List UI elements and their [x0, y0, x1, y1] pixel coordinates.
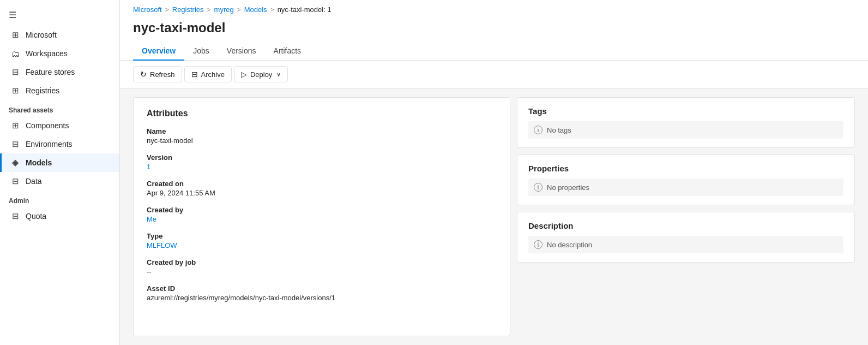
properties-info-icon: i	[534, 183, 542, 192]
quota-icon: ⊟	[10, 211, 20, 221]
breadcrumb-models[interactable]: Models	[244, 5, 267, 14]
attr-created-on-group: Created on Apr 9, 2024 11:55 AM	[147, 180, 497, 197]
sidebar-label-environments: Environments	[26, 140, 73, 148]
attr-created-by-job-group: Created by job --	[147, 258, 497, 276]
registries-icon: ⊞	[10, 86, 20, 96]
tags-info-icon: i	[534, 126, 542, 134]
page-title: nyc-taxi-model	[120, 16, 868, 42]
sidebar-label-models: Models	[26, 158, 52, 167]
sidebar-item-models[interactable]: ◈ Models	[0, 153, 119, 172]
description-empty-row: i No description	[528, 236, 843, 253]
sidebar-label-workspaces: Workspaces	[26, 49, 68, 58]
breadcrumb-sep-4: >	[270, 6, 274, 14]
sidebar-label-components: Components	[26, 121, 69, 130]
sidebar-item-feature-stores[interactable]: ⊟ Feature stores	[0, 63, 119, 81]
workspaces-icon: 🗂	[10, 49, 20, 58]
breadcrumb-myreg[interactable]: myreg	[214, 5, 234, 14]
attr-created-on-label: Created on	[147, 180, 497, 188]
sidebar-label-quota: Quota	[26, 212, 46, 221]
archive-button[interactable]: ⊟ Archive	[184, 66, 232, 82]
tags-empty-text: No tags	[547, 126, 571, 134]
components-icon: ⊞	[10, 121, 20, 130]
sidebar-item-environments[interactable]: ⊟ Environments	[0, 135, 119, 153]
tab-jobs[interactable]: Jobs	[184, 42, 218, 61]
attr-asset-id-value: azureml://registries/myreg/models/nyc-ta…	[147, 294, 497, 302]
tab-artifacts[interactable]: Artifacts	[265, 42, 310, 61]
properties-title: Properties	[528, 164, 843, 173]
attributes-panel: Attributes Name nyc-taxi-model Version 1…	[133, 97, 510, 336]
attr-name-label: Name	[147, 127, 497, 135]
breadcrumb-sep-1: >	[165, 6, 169, 14]
breadcrumb-sep-2: >	[207, 6, 211, 14]
environments-icon: ⊟	[10, 139, 20, 149]
tags-panel: Tags i No tags	[517, 97, 855, 148]
attr-created-by-job-value: --	[147, 267, 497, 276]
archive-label: Archive	[201, 70, 225, 79]
tab-overview[interactable]: Overview	[133, 42, 184, 61]
attr-created-by-value: Me	[147, 215, 497, 223]
attr-asset-id-group: Asset ID azureml://registries/myreg/mode…	[147, 284, 497, 302]
tags-empty-row: i No tags	[528, 121, 843, 139]
properties-empty-row: i No properties	[528, 179, 843, 196]
deploy-chevron-icon: ∨	[276, 71, 281, 78]
attr-name-value: nyc-taxi-model	[147, 136, 497, 145]
tabs: Overview Jobs Versions Artifacts	[120, 42, 868, 61]
refresh-button[interactable]: ↻ Refresh	[133, 66, 182, 82]
attr-type-value: MLFLOW	[147, 241, 497, 249]
microsoft-icon: ⊞	[10, 30, 20, 40]
attr-created-by-label: Created by	[147, 206, 497, 214]
attr-type-label: Type	[147, 232, 497, 240]
feature-stores-icon: ⊟	[10, 67, 20, 77]
sidebar: ☰ ⊞ Microsoft 🗂 Workspaces ⊟ Feature sto…	[0, 0, 120, 345]
archive-icon: ⊟	[191, 70, 198, 79]
deploy-label: Deploy	[250, 70, 272, 79]
hamburger-icon: ☰	[9, 10, 16, 20]
sidebar-label-microsoft: Microsoft	[26, 31, 57, 39]
refresh-icon: ↻	[140, 70, 147, 79]
sidebar-item-data[interactable]: ⊟ Data	[0, 172, 119, 191]
sidebar-item-microsoft[interactable]: ⊞ Microsoft	[0, 26, 119, 44]
breadcrumb-registries[interactable]: Registries	[172, 5, 204, 14]
sidebar-label-feature-stores: Feature stores	[26, 68, 75, 76]
attr-version-label: Version	[147, 153, 497, 162]
attr-version-value: 1	[147, 163, 497, 171]
description-panel: Description i No description	[517, 212, 855, 263]
breadcrumb-current: nyc-taxi-model: 1	[278, 5, 331, 14]
sidebar-item-workspaces[interactable]: 🗂 Workspaces	[0, 44, 119, 63]
attr-type-group: Type MLFLOW	[147, 232, 497, 249]
sidebar-label-registries: Registries	[26, 86, 59, 95]
breadcrumb-microsoft[interactable]: Microsoft	[133, 5, 162, 14]
attr-version-group: Version 1	[147, 153, 497, 171]
attr-name-group: Name nyc-taxi-model	[147, 127, 497, 145]
breadcrumb-sep-3: >	[237, 6, 241, 14]
properties-panel: Properties i No properties	[517, 154, 855, 205]
refresh-label: Refresh	[150, 70, 175, 79]
toolbar: ↻ Refresh ⊟ Archive ▷ Deploy ∨	[120, 61, 868, 88]
tab-versions[interactable]: Versions	[218, 42, 265, 61]
data-icon: ⊟	[10, 176, 20, 186]
content-area: Attributes Name nyc-taxi-model Version 1…	[120, 88, 868, 345]
properties-empty-text: No properties	[547, 183, 589, 192]
main-content: Microsoft > Registries > myreg > Models …	[120, 0, 868, 345]
attributes-title: Attributes	[147, 109, 497, 118]
shared-assets-section: Shared assets	[0, 100, 119, 116]
description-title: Description	[528, 221, 843, 230]
breadcrumb: Microsoft > Registries > myreg > Models …	[120, 0, 868, 16]
sidebar-item-components[interactable]: ⊞ Components	[0, 116, 119, 135]
sidebar-item-registries[interactable]: ⊞ Registries	[0, 81, 119, 100]
attr-created-by-group: Created by Me	[147, 206, 497, 223]
models-icon: ◈	[10, 158, 20, 168]
description-info-icon: i	[534, 240, 542, 249]
attr-created-by-job-label: Created by job	[147, 258, 497, 266]
sidebar-label-data: Data	[26, 177, 42, 186]
sidebar-item-quota[interactable]: ⊟ Quota	[0, 207, 119, 225]
attr-created-on-value: Apr 9, 2024 11:55 AM	[147, 189, 497, 197]
deploy-button[interactable]: ▷ Deploy ∨	[234, 66, 288, 82]
admin-section: Admin	[0, 191, 119, 207]
right-panel: Tags i No tags Properties i No propertie…	[517, 97, 855, 336]
tags-title: Tags	[528, 106, 843, 116]
attr-asset-id-label: Asset ID	[147, 284, 497, 293]
description-empty-text: No description	[547, 241, 592, 249]
hamburger-button[interactable]: ☰	[0, 4, 119, 26]
deploy-icon: ▷	[241, 70, 247, 79]
